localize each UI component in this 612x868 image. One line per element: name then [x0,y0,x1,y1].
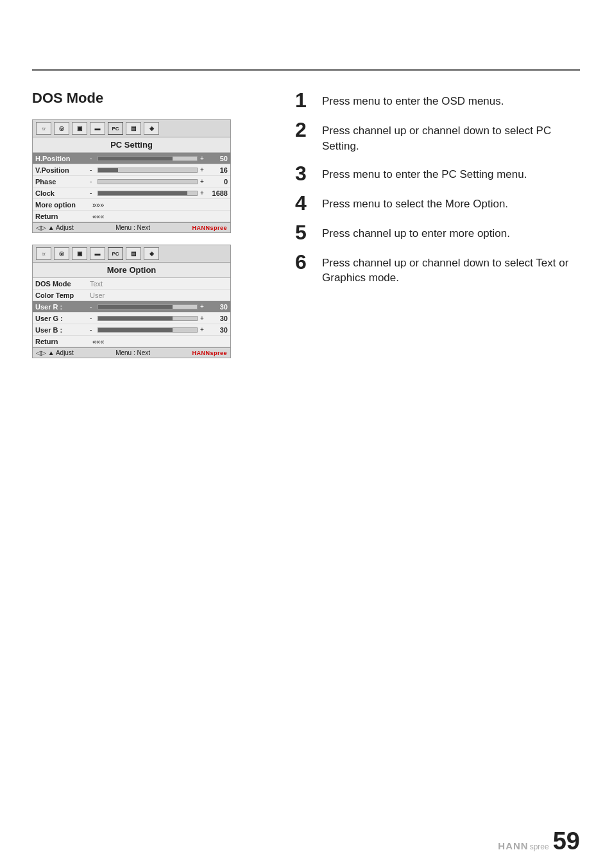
icon-channel: ▤ [126,122,141,135]
page-number: 59 [553,828,580,855]
return1-label: Return [35,213,90,220]
vposition-minus: - [90,166,95,173]
menu2-row-userb: User B : - + 30 [33,324,230,336]
menu1-row-clock: Clock - + 1688 [33,187,230,199]
more-option-menu: ☼ ◎ ▣ ▬ PC ▤ ◈ More Option DOS Mode Text… [32,245,231,358]
icon2-contrast: ◎ [54,247,69,260]
clock-label: Clock [35,189,90,197]
userg-label: User G : [35,315,90,322]
step-2: 2 Press channel up or channel down to se… [295,119,580,154]
step-6-number: 6 [295,252,314,272]
top-rule [32,69,580,71]
menu2-footer-adjust: ◁▷ ▲ Adjust [36,349,74,356]
clock-bar [98,191,198,196]
colortemp-text: User [90,291,105,299]
menu2-footer: ◁▷ ▲ Adjust Menu : Next HANNspree [33,347,230,358]
dosmode-text: Text [90,280,103,288]
dosmode-label: DOS Mode [35,280,90,288]
step-2-number: 2 [295,119,314,140]
userg-bar [98,316,198,321]
icon-audio: ▬ [90,122,105,135]
moreoption-label: More option [35,201,90,209]
icon2-channel: ▤ [126,247,141,260]
menu2-row-userr: User R : - + 30 [33,301,230,313]
moreoption-arrow: »»» [92,201,104,209]
userr-plus: + [200,303,205,310]
userr-minus: - [90,303,95,310]
clock-minus: - [90,189,95,196]
step-3-text: Press menu to enter the PC Setting menu. [322,163,527,182]
icon-picture: ▣ [72,122,87,135]
icon2-brightness: ☼ [36,247,51,260]
menu2-footer-next: Menu : Next [115,349,150,356]
hposition-bar [98,156,198,161]
menu1-row-hposition: H.Position - + 50 [33,153,230,164]
userg-value: 30 [205,315,228,322]
menu2-row-dosmode: DOS Mode Text [33,278,230,290]
hposition-minus: - [90,155,95,162]
menu2-row-userg: User G : - + 30 [33,313,230,324]
phase-bar [98,179,198,184]
phase-label: Phase [35,178,90,186]
menu1-footer-next: Menu : Next [115,224,150,231]
menu1-row-return: Return ««« [33,211,230,222]
menu1-row-phase: Phase - + 0 [33,176,230,187]
userb-bar [98,327,198,333]
menu1-footer: ◁▷ ▲ Adjust Menu : Next HANNspree [33,222,230,232]
hposition-value: 50 [205,155,228,162]
vposition-bar [98,168,198,173]
page-footer: HANN spree 59 [498,828,580,855]
step-5-text: Press channel up to enter more option. [322,222,510,241]
step-3-number: 3 [295,163,314,184]
userr-value: 30 [205,303,228,311]
step-2-text: Press channel up or channel down to sele… [322,119,580,154]
phase-minus: - [90,178,95,185]
menu1-footer-brand: HANNspree [192,225,227,231]
section-title: DOS Mode [32,90,276,107]
vposition-plus: + [200,166,205,173]
icon2-pc: PC [108,247,123,260]
userr-bar [98,304,198,309]
userb-value: 30 [205,326,228,334]
step-5-number: 5 [295,222,314,243]
userb-minus: - [90,326,95,333]
step-3: 3 Press menu to enter the PC Setting men… [295,163,580,184]
menu2-row-return: Return ««« [33,336,230,347]
userr-fill [98,305,173,309]
left-column: DOS Mode ☼ ◎ ▣ ▬ PC ▤ ◈ PC Setting H.Pos… [32,83,276,817]
return2-label: Return [35,338,90,345]
clock-value: 1688 [205,189,228,197]
brand-hann: HANN [498,840,528,851]
userb-label: User B : [35,326,90,334]
hposition-label: H.Position [35,155,90,162]
icon-brightness: ☼ [36,122,51,135]
userb-fill [98,328,173,332]
step-4-number: 4 [295,193,314,213]
step-1: 1 Press menu to enter the OSD menus. [295,90,580,110]
step-4: 4 Press menu to select the More Option. [295,193,580,213]
step-6: 6 Press channel up or channel down to se… [295,252,580,286]
menu2-icons: ☼ ◎ ▣ ▬ PC ▤ ◈ [33,245,230,263]
hposition-plus: + [200,155,205,162]
return1-arrow: ««« [92,213,104,220]
userb-plus: + [200,326,205,333]
return2-arrow: ««« [92,338,104,345]
right-column: 1 Press menu to enter the OSD menus. 2 P… [295,83,580,817]
vposition-fill [98,168,118,172]
step-1-number: 1 [295,90,314,110]
step-1-text: Press menu to enter the OSD menus. [322,90,504,109]
userg-fill [98,317,173,320]
menu1-footer-adjust: ◁▷ ▲ Adjust [36,224,74,231]
colortemp-label: Color Temp [35,291,90,299]
steps-list: 1 Press menu to enter the OSD menus. 2 P… [295,90,580,286]
menu2-row-colortemp: Color Temp User [33,290,230,301]
vposition-label: V.Position [35,166,90,174]
icon-setup: ◈ [144,122,159,135]
menu1-title: PC Setting [33,137,230,153]
clock-fill [98,191,187,195]
userg-minus: - [90,315,95,322]
step-5: 5 Press channel up to enter more option. [295,222,580,243]
hposition-fill [98,157,173,161]
phase-plus: + [200,178,205,185]
icon2-audio: ▬ [90,247,105,260]
